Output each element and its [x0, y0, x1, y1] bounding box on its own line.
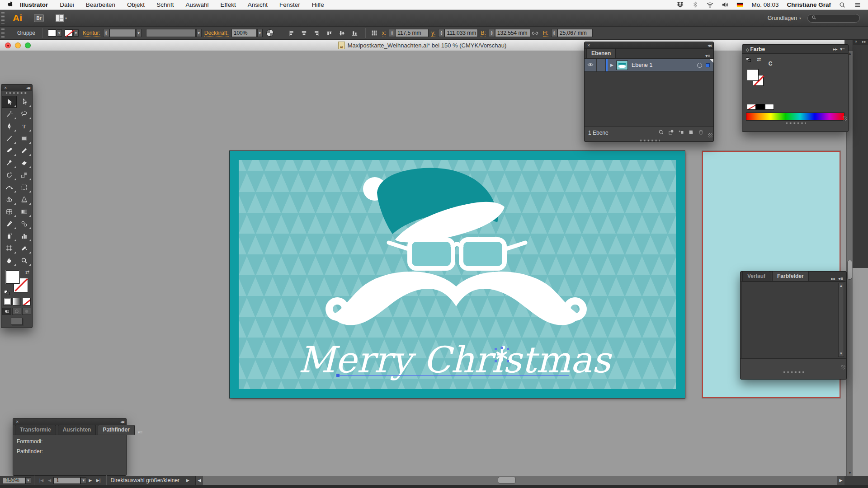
- x-field[interactable]: 117,5 mm: [395, 29, 429, 37]
- fill-stroke-indicator[interactable]: ⇄: [1, 268, 32, 296]
- width-stepper[interactable]: ▲▼: [489, 29, 495, 37]
- zoom-level-caret[interactable]: ▼: [25, 477, 31, 484]
- layer-selected-art-indicator[interactable]: [706, 63, 710, 67]
- swap-fill-stroke-icon[interactable]: ⇄: [25, 269, 29, 275]
- new-sublayer-icon[interactable]: [678, 129, 684, 137]
- arrange-documents-button[interactable]: ▾: [56, 14, 67, 22]
- horizontal-scrollbar[interactable]: ◀ ▶: [195, 476, 868, 485]
- menu-illustrator[interactable]: Illustrator: [14, 0, 54, 10]
- direct-selection-tool[interactable]: [17, 96, 32, 108]
- scroll-left-icon[interactable]: ◀: [196, 476, 203, 485]
- y-stepper[interactable]: ▲▼: [438, 29, 444, 37]
- blob-brush-tool[interactable]: [2, 157, 17, 169]
- align-center-h-icon[interactable]: [299, 28, 309, 38]
- layer-visibility-toggle[interactable]: [585, 59, 597, 71]
- none-button[interactable]: [22, 298, 31, 305]
- color-resize-grip[interactable]: [843, 116, 847, 121]
- draw-inside-mode[interactable]: [22, 308, 31, 315]
- menu-objekt[interactable]: Objekt: [121, 0, 151, 10]
- swatches-resize-grip[interactable]: [841, 365, 845, 370]
- width-label[interactable]: B:: [481, 30, 486, 37]
- layer-disclosure-triangle[interactable]: ▶: [608, 63, 616, 67]
- color-expand-icon[interactable]: ▸▸ ▾≡: [830, 47, 848, 52]
- opacity-label[interactable]: Deckkraft:: [204, 30, 229, 37]
- color-swap-icon[interactable]: ⇄: [757, 56, 761, 62]
- menu-ansicht[interactable]: Ansicht: [242, 0, 274, 10]
- close-window-button[interactable]: [5, 42, 11, 48]
- opacity-mask-icon[interactable]: [266, 29, 274, 37]
- reference-point-locator[interactable]: [369, 28, 379, 38]
- zoom-tool[interactable]: [17, 254, 32, 267]
- y-field[interactable]: 111,033 mm: [444, 29, 478, 37]
- x-stepper[interactable]: ▲▼: [389, 29, 395, 37]
- swatches-scroll-up-icon[interactable]: ▲: [839, 283, 844, 289]
- zoom-window-button[interactable]: [25, 42, 31, 48]
- color-fill-proxy[interactable]: [747, 69, 759, 81]
- type-tool[interactable]: T: [17, 120, 32, 132]
- menu-auswahl[interactable]: Auswahl: [179, 0, 214, 10]
- canvas-pasteboard[interactable]: Merry Christmas: [0, 51, 846, 476]
- align-top-icon[interactable]: [325, 28, 335, 38]
- stroke-weight-stepper[interactable]: ▲▼: [103, 29, 109, 37]
- opacity-caret[interactable]: ▼: [257, 29, 263, 37]
- artboard-number-caret[interactable]: ▼: [80, 477, 86, 484]
- layers-close-icon[interactable]: ×: [585, 42, 593, 48]
- stroke-weight-caret[interactable]: ▼: [136, 29, 142, 37]
- layers-drag-handle[interactable]: [639, 140, 660, 141]
- wifi-icon[interactable]: [705, 1, 715, 9]
- scroll-right-icon[interactable]: ▶: [837, 476, 844, 485]
- artboard-1-postcard[interactable]: Merry Christmas: [230, 151, 685, 398]
- width-tool[interactable]: [2, 181, 17, 193]
- default-fill-stroke-icon[interactable]: [4, 290, 10, 296]
- gradient-button[interactable]: [13, 298, 21, 305]
- app-search-field[interactable]: [807, 14, 860, 23]
- tools-drag-handle[interactable]: [6, 92, 27, 94]
- volume-icon[interactable]: [720, 1, 730, 9]
- stroke-color-picker[interactable]: ▼: [65, 29, 79, 37]
- swatches-drag-handle[interactable]: [783, 371, 804, 373]
- slice-tool[interactable]: [17, 242, 32, 254]
- layers-panel-menu-icon[interactable]: ▾≡: [702, 53, 713, 58]
- eraser-tool[interactable]: [17, 157, 32, 169]
- quick-black-swatch[interactable]: [756, 104, 765, 110]
- fill-proxy[interactable]: [6, 270, 19, 284]
- menu-datei[interactable]: Datei: [54, 0, 80, 10]
- layers-list-area[interactable]: [585, 72, 713, 127]
- mesh-tool[interactable]: [2, 206, 17, 218]
- quick-none-swatch[interactable]: [747, 104, 756, 110]
- y-label[interactable]: y:: [431, 30, 435, 37]
- draw-normal-mode[interactable]: [2, 308, 11, 315]
- shape-builder-tool[interactable]: [2, 193, 17, 206]
- hand-tool[interactable]: [2, 254, 17, 267]
- color-button[interactable]: [3, 298, 12, 305]
- tab-verlauf[interactable]: Verlauf: [742, 271, 770, 281]
- clock[interactable]: Mo. 08:03: [750, 1, 780, 8]
- tab-ausrichten[interactable]: Ausrichten: [58, 425, 96, 435]
- search-input[interactable]: [819, 15, 855, 21]
- make-clipping-mask-icon[interactable]: [668, 129, 675, 137]
- menu-bearbeiten[interactable]: Bearbeiten: [80, 0, 121, 10]
- color-spectrum-bar[interactable]: [746, 113, 844, 121]
- pathfinder-close-icon[interactable]: ×: [13, 419, 21, 424]
- tools-collapse-icon[interactable]: ◂◂: [24, 85, 32, 91]
- pen-tool[interactable]: [2, 120, 17, 132]
- tab-transformieren[interactable]: Transformie: [15, 425, 56, 435]
- constrain-proportions-icon[interactable]: [530, 28, 540, 38]
- pathfinder-collapse-icon[interactable]: ◂◂: [118, 419, 126, 425]
- stroke-weight-field[interactable]: [109, 29, 136, 37]
- screen-mode-button[interactable]: [11, 318, 23, 325]
- new-layer-icon[interactable]: [688, 129, 694, 137]
- column-graph-tool[interactable]: [17, 230, 32, 242]
- paintbrush-tool[interactable]: [2, 145, 17, 157]
- tools-close-icon[interactable]: ×: [1, 85, 9, 90]
- stroke-profile-field[interactable]: [146, 29, 196, 37]
- lasso-tool[interactable]: [17, 108, 32, 120]
- fill-color-picker[interactable]: ▼: [48, 29, 62, 37]
- align-center-v-icon[interactable]: [337, 28, 347, 38]
- menu-effekt[interactable]: Effekt: [214, 0, 241, 10]
- menu-schrift[interactable]: Schrift: [151, 0, 179, 10]
- dock-close-icon[interactable]: ×: [855, 39, 857, 44]
- width-field[interactable]: 132,554 mm: [495, 29, 530, 37]
- stroke-profile-caret[interactable]: ▼: [196, 29, 202, 37]
- height-field[interactable]: 25,067 mm: [557, 29, 593, 37]
